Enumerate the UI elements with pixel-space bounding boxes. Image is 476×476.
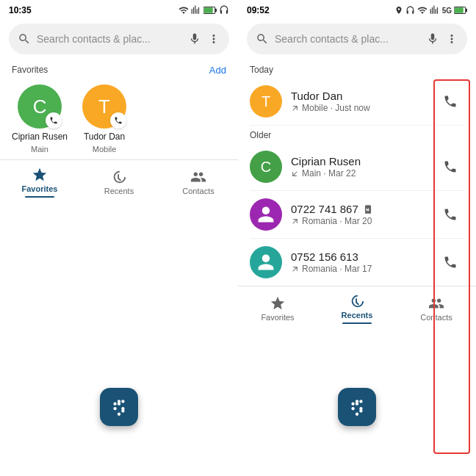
bottom-nav-right: Favorites Recents Contacts — [238, 286, 476, 330]
nav-recents-left[interactable]: Recents — [79, 165, 159, 200]
mic-icon-right[interactable] — [426, 32, 439, 46]
nav-contacts-right[interactable]: Contacts — [397, 291, 476, 326]
more-icon-right[interactable] — [445, 32, 458, 46]
recent-item-0722[interactable]: 0722 741 867 Romania · Mar 20 — [238, 191, 476, 238]
search-bar-right[interactable]: Search contacts & plac... — [247, 24, 467, 54]
recent-info-tudor: Tudor Dan Mobile · Just now — [291, 90, 428, 113]
recent-detail-0752: Romania · Mar 17 — [291, 264, 428, 274]
nav-label-contacts-left: Contacts — [182, 187, 214, 195]
dialpad-icon-right — [347, 397, 367, 416]
recent-name-0752: 0752 156 613 — [291, 250, 428, 263]
phone-icon-tudor — [443, 94, 458, 109]
phone-badge-tudor — [110, 112, 126, 129]
svg-rect-5 — [455, 7, 464, 13]
clock-icon-left — [111, 169, 127, 185]
status-bar-left: 10:35 — [0, 0, 238, 21]
recent-info-0752: 0752 156 613 Romania · Mar 17 — [291, 250, 428, 274]
more-icon-left[interactable] — [207, 32, 220, 46]
person-icon-0752 — [256, 253, 275, 272]
left-panel: 10:35 Search contacts & plac... Favorite… — [0, 0, 238, 476]
recent-info-ciprian: Ciprian Rusen Main · Mar 22 — [291, 155, 428, 178]
nav-label-recents-right: Recents — [342, 311, 373, 320]
svg-rect-2 — [204, 7, 213, 13]
search-bar-left[interactable]: Search contacts & plac... — [9, 24, 229, 54]
nav-underline-left — [25, 196, 54, 198]
nav-recents-right[interactable]: Recents — [317, 289, 397, 328]
fav-name-ciprian: Ciprian Rusen — [12, 131, 68, 142]
nav-favorites-left[interactable]: Favorites — [0, 162, 79, 202]
favorites-section-label: Favorites Add — [0, 60, 238, 79]
nav-label-favorites-right: Favorites — [261, 313, 294, 322]
fav-ciprian[interactable]: C Ciprian Rusen Main — [12, 84, 68, 154]
fab-left[interactable] — [100, 388, 138, 426]
fav-tudor[interactable]: T Tudor Dan Mobile — [82, 84, 126, 154]
today-label: Today — [238, 60, 476, 78]
clock-icon-right — [349, 293, 365, 309]
older-label: Older — [238, 126, 476, 143]
arrow-in-ciprian — [291, 170, 299, 178]
recent-avatar-tudor: T — [250, 85, 282, 118]
mic-icon-left[interactable] — [188, 32, 201, 46]
nav-label-recents-left: Recents — [104, 187, 134, 195]
svg-rect-1 — [215, 9, 217, 12]
battery-icon-right — [454, 6, 467, 15]
star-icon-right — [270, 295, 286, 311]
phone-icon-0752 — [443, 255, 458, 270]
recent-detail-tudor: Mobile · Just now — [291, 103, 428, 113]
status-icons-left — [178, 5, 229, 15]
signal-icon-left — [191, 5, 201, 15]
nav-label-contacts-right: Contacts — [420, 313, 452, 322]
headset-icon-right — [405, 6, 415, 15]
person-icon-right — [428, 295, 444, 311]
phone-icon-ciprian — [443, 159, 458, 174]
right-panel: 09:52 5G Search contacts & plac... Today — [238, 0, 476, 476]
svg-rect-4 — [466, 9, 467, 12]
fav-avatar-ciprian: C — [18, 84, 62, 129]
recent-info-0722: 0722 741 867 Romania · Mar 20 — [291, 203, 428, 226]
search-placeholder-left: Search contacts & plac... — [37, 33, 182, 45]
headset-icon-left — [219, 5, 229, 15]
add-favorites-button[interactable]: Add — [209, 65, 226, 76]
recent-item-ciprian[interactable]: C Ciprian Rusen Main · Mar 22 — [238, 143, 476, 190]
call-button-0752[interactable] — [436, 248, 464, 276]
recent-name-tudor: Tudor Dan — [291, 90, 428, 102]
time-left: 10:35 — [9, 5, 32, 15]
nav-favorites-right[interactable]: Favorites — [238, 291, 317, 326]
person-icon-left — [190, 169, 206, 185]
call-button-0722[interactable] — [436, 201, 464, 228]
person-icon-0722 — [256, 205, 275, 224]
location-icon — [394, 6, 403, 15]
favorites-row: C Ciprian Rusen Main T Tudor Dan Mobile — [0, 79, 238, 159]
phone-icon-0722 — [443, 207, 458, 222]
bottom-nav-left: Favorites Recents Contacts — [0, 159, 238, 203]
recent-detail-0722: Romania · Mar 20 — [291, 216, 428, 226]
call-button-ciprian[interactable] — [436, 153, 464, 181]
recent-avatar-ciprian: C — [250, 151, 282, 183]
recent-item-tudor[interactable]: T Tudor Dan Mobile · Just now — [238, 78, 476, 125]
recent-detail-ciprian: Main · Mar 22 — [291, 168, 428, 178]
call-button-tudor[interactable] — [436, 87, 464, 115]
phone-badge-ciprian — [46, 112, 62, 129]
search-icon-right — [256, 32, 269, 46]
recent-name-ciprian: Ciprian Rusen — [291, 155, 428, 167]
arrow-out-0752 — [291, 265, 299, 273]
arrow-out-tudor — [291, 104, 299, 112]
search-icon-left — [18, 32, 31, 46]
arrow-out-0722 — [291, 217, 299, 226]
fav-avatar-tudor: T — [82, 84, 126, 129]
nav-label-favorites-left: Favorites — [22, 184, 58, 193]
sim-icon-0722 — [363, 204, 373, 214]
dialpad-icon-left — [109, 397, 129, 416]
fab-right[interactable] — [338, 388, 376, 426]
nav-contacts-left[interactable]: Contacts — [159, 165, 238, 200]
wifi-icon-right — [417, 5, 428, 15]
battery-icon-left — [203, 6, 217, 15]
recent-avatar-0752 — [250, 246, 282, 278]
fav-sub-tudor: Mobile — [93, 145, 116, 154]
status-icons-right: 5G — [394, 5, 467, 15]
signal-icon-right — [430, 5, 440, 15]
search-placeholder-right: Search contacts & plac... — [275, 33, 420, 45]
status-bar-right: 09:52 5G — [238, 0, 476, 21]
network-badge-right: 5G — [442, 7, 452, 15]
recent-item-0752[interactable]: 0752 156 613 Romania · Mar 17 — [238, 239, 476, 286]
